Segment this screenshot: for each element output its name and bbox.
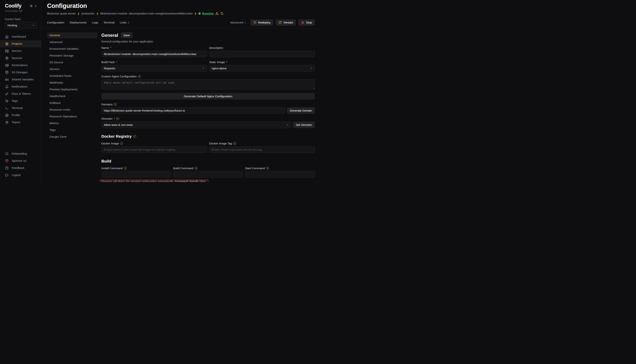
subnav-tags[interactable]: Tags	[47, 127, 97, 133]
custom-nginx-textarea[interactable]	[101, 79, 315, 90]
subnav-resource-operations[interactable]: Resource Operations	[47, 114, 97, 120]
heart-icon	[5, 159, 9, 163]
tags-icon	[5, 99, 9, 103]
selector-chevrons-icon	[244, 22, 246, 24]
bell-icon	[5, 85, 9, 89]
subnav-git-source[interactable]: Git Source	[47, 59, 97, 65]
name-input[interactable]	[101, 51, 207, 57]
variable-icon: (x)	[5, 78, 9, 82]
tab-logs[interactable]: Logs	[92, 21, 98, 24]
save-button[interactable]: Save	[121, 32, 132, 38]
sidebar-item-destinations[interactable]: Destinations	[0, 62, 41, 69]
refresh-icon[interactable]	[220, 12, 224, 15]
subnav-environment-variables[interactable]: Environment Variables	[47, 46, 97, 52]
domains-input[interactable]	[101, 107, 285, 114]
sidebar-item-keys-tokens[interactable]: Keys & Tokens	[0, 90, 41, 97]
subnav-healthcheck[interactable]: Healthcheck	[47, 93, 97, 99]
build-command-input[interactable]	[173, 171, 243, 178]
settings-subnav: General Advanced Environment Variables P…	[47, 32, 97, 182]
team-select[interactable]: Hosting	[5, 22, 37, 28]
install-command-input[interactable]	[101, 171, 171, 178]
set-direction-button[interactable]: Set Direction	[293, 122, 315, 128]
static-image-select[interactable]: nginx:alpine	[209, 65, 315, 72]
server-icon	[5, 49, 9, 53]
subnav-preview-deployments[interactable]: Preview Deployments	[47, 86, 97, 92]
sidebar-item-logout[interactable]: Logout	[0, 172, 41, 178]
chevron-down-icon	[310, 67, 313, 70]
info-icon: i	[124, 167, 127, 170]
breadcrumb-environment[interactable]: production	[81, 12, 95, 15]
generate-nginx-button[interactable]: Generate Default Nginx Configuration	[101, 93, 315, 100]
docker-image-input[interactable]	[101, 146, 207, 153]
subnav-general[interactable]: General	[47, 32, 97, 38]
direction-label: Direction*i	[101, 117, 315, 120]
subnav-metrics[interactable]: Metrics	[47, 120, 97, 126]
subnav-scheduled-tasks[interactable]: Scheduled Tasks	[47, 73, 97, 79]
key-icon	[5, 92, 9, 96]
breadcrumb-separator-icon: ❯	[195, 12, 196, 15]
start-command-input[interactable]	[245, 171, 315, 178]
tab-deployments[interactable]: Deployments	[70, 21, 87, 24]
app-logo: Coolify	[5, 3, 22, 9]
sidebar-item-projects[interactable]: Projects	[0, 40, 41, 47]
docker-image-tag-label: Docker Image Tagi	[209, 142, 315, 145]
breadcrumb-project[interactable]: illicitonion quote server	[47, 12, 76, 15]
start-command-label: Start Commandi	[245, 166, 315, 170]
sidebar-item-onboarding[interactable]: Onboarding	[0, 150, 41, 157]
restart-button[interactable]: Restart	[276, 19, 296, 26]
page-title: Configuration	[47, 2, 315, 10]
status-running-link[interactable]: Running	[202, 12, 214, 15]
chevron-down-icon	[32, 24, 35, 27]
info-icon: i	[133, 135, 136, 138]
status-dot	[198, 12, 201, 15]
info-icon: i	[233, 142, 236, 145]
users-icon	[5, 120, 9, 124]
build-pack-select[interactable]: Nixpacks	[101, 65, 207, 72]
subnav-webhooks[interactable]: Webhooks	[47, 80, 97, 86]
sidebar-bottom-nav: Onboarding Sponsor us Feedback Logout	[0, 150, 41, 178]
sidebar-item-s3-storages[interactable]: S3 Storages	[0, 69, 41, 76]
breadcrumb-application[interactable]: illicitestonion/-module--decomposition:m…	[100, 12, 193, 15]
map-icon	[5, 63, 9, 67]
direction-select[interactable]: Allow www & non-www.	[101, 122, 291, 128]
theme-toggle-sun-icon[interactable]	[30, 4, 33, 8]
selector-chevrons-icon	[127, 22, 130, 24]
sidebar-item-sponsor-us[interactable]: Sponsor us	[0, 157, 41, 164]
sidebar-item-shared-variables[interactable]: (x) Shared Variables	[0, 76, 41, 83]
logout-icon	[5, 173, 9, 177]
sidebar-item-profile[interactable]: Profile	[0, 112, 41, 119]
sidebar-item-notifications[interactable]: Notifications	[0, 83, 41, 90]
subnav-persistent-storage[interactable]: Persistent Storage	[47, 52, 97, 58]
redeploy-button[interactable]: Redeploy	[250, 19, 273, 26]
framework-docs-link[interactable]: Framework Specific Docs	[175, 180, 206, 182]
subnav-rollback[interactable]: Rollback	[47, 100, 97, 106]
sidebar-item-terminal[interactable]: Terminal	[0, 104, 41, 112]
tab-links[interactable]: Links	[120, 21, 130, 24]
description-input[interactable]	[209, 51, 315, 57]
stop-button[interactable]: Stop	[298, 19, 315, 26]
subnav-advanced[interactable]: Advanced	[47, 39, 97, 45]
sidebar-nav: Dashboard Projects Servers Sources Desti…	[0, 33, 41, 126]
build-title: Build	[101, 159, 315, 164]
tab-terminal[interactable]: Terminal	[103, 21, 115, 24]
sidebar-item-dashboard[interactable]: Dashboard	[0, 33, 41, 40]
sidebar-item-teams[interactable]: Teams	[0, 119, 41, 126]
nixpacks-note: Nixpacks will detect the required config…	[101, 180, 315, 182]
section-subtitle: General configuration for your applicati…	[101, 40, 315, 43]
sidebar-item-feedback[interactable]: Feedback	[0, 164, 41, 172]
theme-selector-chevrons-icon[interactable]	[35, 5, 37, 7]
docker-image-tag-input[interactable]	[209, 146, 315, 153]
tab-configuration[interactable]: Configuration	[47, 21, 64, 24]
subnav-resource-limits[interactable]: Resource Limits	[47, 107, 97, 113]
generate-domain-button[interactable]: Generate Domain	[287, 107, 315, 114]
tabs-row: Configuration Deployments Logs Terminal …	[41, 18, 318, 28]
subnav-servers[interactable]: Servers	[47, 66, 97, 72]
sidebar-item-servers[interactable]: Servers	[0, 47, 41, 54]
sidebar-item-tags[interactable]: Tags	[0, 97, 41, 104]
static-image-label: Static Image*	[209, 60, 315, 64]
advanced-dropdown[interactable]: Advanced	[230, 21, 246, 24]
build-pack-label: Build Pack*	[101, 60, 207, 64]
subnav-danger-zone[interactable]: Danger Zone	[47, 134, 97, 140]
main: Configuration illicitonion quote server …	[41, 0, 318, 182]
sidebar-item-sources[interactable]: Sources	[0, 54, 41, 62]
